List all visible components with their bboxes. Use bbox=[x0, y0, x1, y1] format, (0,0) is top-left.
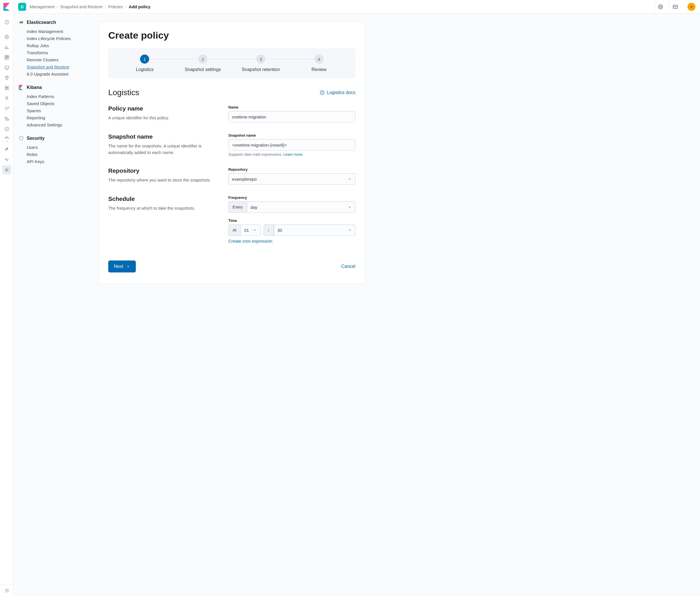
sidebar-section-header: Elasticsearch bbox=[19, 20, 85, 25]
breadcrumb-item[interactable]: Snapshot and Restore bbox=[60, 4, 103, 9]
docs-link-label: Logistics docs bbox=[327, 90, 356, 95]
svg-point-17 bbox=[5, 127, 9, 131]
time-label: Time bbox=[228, 219, 355, 223]
snapshot-name-label: Snapshot name bbox=[228, 133, 355, 138]
frequency-select[interactable]: day bbox=[247, 201, 355, 213]
policy-name-title: Policy name bbox=[108, 105, 217, 112]
canvas-icon[interactable] bbox=[2, 63, 11, 72]
management-icon[interactable] bbox=[2, 165, 11, 174]
sec-icon bbox=[19, 136, 24, 141]
svg-rect-21 bbox=[673, 5, 677, 8]
sidebar-item[interactable]: Users bbox=[27, 145, 85, 150]
cron-expression-link[interactable]: Create cron expression bbox=[228, 239, 272, 244]
management-sidebar: ElasticsearchIndex ManagementIndex Lifec… bbox=[14, 14, 90, 596]
chevron-right-icon bbox=[126, 265, 130, 269]
sidebar-item[interactable]: Spaces bbox=[27, 108, 85, 113]
sidebar-section-header: Kibana bbox=[19, 85, 85, 90]
kibana-logo[interactable] bbox=[2, 2, 11, 11]
apm-icon[interactable] bbox=[2, 114, 11, 123]
svg-point-12 bbox=[6, 88, 7, 89]
svg-rect-6 bbox=[5, 66, 8, 69]
learn-more-link[interactable]: Learn more. bbox=[283, 152, 303, 156]
discover-icon[interactable] bbox=[2, 32, 11, 42]
svg-point-7 bbox=[6, 77, 7, 78]
svg-point-10 bbox=[5, 89, 6, 90]
logs-icon[interactable] bbox=[2, 104, 11, 113]
svg-point-20 bbox=[659, 6, 661, 8]
snapshot-name-title: Snapshot name bbox=[108, 133, 217, 140]
breadcrumb-item[interactable]: Management bbox=[29, 4, 54, 9]
sidebar-section-title: Kibana bbox=[27, 85, 42, 90]
name-input[interactable] bbox=[228, 111, 355, 122]
space-selector[interactable]: D bbox=[18, 3, 26, 11]
section-heading: Logistics bbox=[108, 88, 139, 97]
sidebar-item[interactable]: Index Management bbox=[27, 29, 85, 34]
dashboard-icon[interactable] bbox=[2, 53, 11, 62]
next-button[interactable]: Next bbox=[108, 260, 136, 272]
step-label: Snapshot settings bbox=[185, 67, 221, 72]
svg-point-18 bbox=[6, 169, 7, 171]
sidebar-item[interactable]: Remote Clusters bbox=[27, 57, 85, 62]
time-colon: : bbox=[264, 224, 274, 236]
user-avatar[interactable]: e bbox=[688, 3, 696, 11]
snapshot-name-input[interactable] bbox=[228, 139, 355, 151]
visualize-icon[interactable] bbox=[2, 43, 11, 52]
uptime-icon[interactable] bbox=[2, 124, 11, 133]
step-number: 1 bbox=[140, 54, 149, 64]
sidebar-section-header: Security bbox=[19, 136, 85, 141]
stepper: 1Logistics2Snapshot settings3Snapshot re… bbox=[108, 48, 355, 78]
minute-select[interactable]: 30 bbox=[274, 224, 356, 236]
repository-value: examplerepo bbox=[232, 177, 257, 181]
devtools-icon[interactable] bbox=[2, 145, 11, 154]
sidebar-item[interactable]: Transforms bbox=[27, 50, 85, 55]
newsfeed-icon[interactable] bbox=[669, 1, 681, 13]
sidebar-item[interactable]: Saved Objects bbox=[27, 101, 85, 106]
chevron-down-icon bbox=[348, 177, 352, 181]
sidebar-item[interactable]: 8.0 Upgrade Assistant bbox=[27, 72, 85, 76]
breadcrumb-separator: / bbox=[125, 4, 126, 9]
sidebar-item[interactable]: API Keys bbox=[27, 159, 85, 164]
sidebar-item[interactable]: Index Patterns bbox=[27, 94, 85, 99]
repository-select[interactable]: examplerepo bbox=[228, 173, 355, 185]
svg-rect-16 bbox=[6, 119, 9, 120]
breadcrumb: Management/Snapshot and Restore/Policies… bbox=[29, 4, 151, 9]
step-number: 2 bbox=[198, 54, 207, 64]
main-content: Create policy 1Logistics2Snapshot settin… bbox=[90, 14, 700, 596]
policy-name-desc: A unique identifier for this policy. bbox=[108, 115, 217, 121]
ml-icon[interactable] bbox=[2, 83, 11, 93]
step-label: Review bbox=[311, 67, 326, 72]
help-icon[interactable] bbox=[654, 1, 666, 13]
step[interactable]: 2Snapshot settings bbox=[174, 54, 232, 72]
docs-link[interactable]: Logistics docs bbox=[320, 90, 356, 95]
sidebar-item[interactable]: Roles bbox=[27, 152, 85, 157]
collapse-nav-icon[interactable] bbox=[0, 585, 14, 596]
maps-icon[interactable] bbox=[2, 73, 11, 82]
breadcrumb-item[interactable]: Policies bbox=[108, 4, 123, 9]
svg-rect-3 bbox=[7, 55, 8, 56]
sidebar-item[interactable]: Advanced Settings bbox=[27, 122, 85, 127]
breadcrumb-separator: / bbox=[57, 4, 58, 9]
monitoring-icon[interactable] bbox=[2, 155, 11, 164]
frequency-prepend: Every bbox=[228, 201, 247, 213]
svg-point-1 bbox=[5, 35, 9, 39]
sidebar-section-title: Security bbox=[27, 136, 45, 141]
hour-select[interactable]: 01 bbox=[240, 224, 261, 236]
siem-icon[interactable] bbox=[2, 135, 11, 144]
sidebar-section-title: Elasticsearch bbox=[27, 20, 56, 25]
cancel-button[interactable]: Cancel bbox=[341, 264, 355, 269]
sidebar-item[interactable]: Reporting bbox=[27, 115, 85, 120]
metrics-icon[interactable] bbox=[2, 94, 11, 103]
page-title: Create policy bbox=[108, 30, 355, 41]
recent-icon[interactable] bbox=[2, 18, 11, 27]
icon-rail bbox=[0, 0, 14, 596]
chevron-down-icon bbox=[253, 228, 257, 232]
time-prepend: At bbox=[228, 224, 240, 236]
step[interactable]: 3Snapshot retention bbox=[232, 54, 290, 72]
step[interactable]: 4Review bbox=[290, 54, 348, 72]
hour-value: 01 bbox=[244, 228, 249, 233]
kb-icon bbox=[19, 85, 24, 90]
sidebar-item[interactable]: Rollup Jobs bbox=[27, 43, 85, 48]
sidebar-item[interactable]: Snapshot and Restore bbox=[27, 65, 85, 69]
sidebar-item[interactable]: Index Lifecycle Policies bbox=[27, 36, 85, 41]
es-icon bbox=[19, 20, 24, 25]
